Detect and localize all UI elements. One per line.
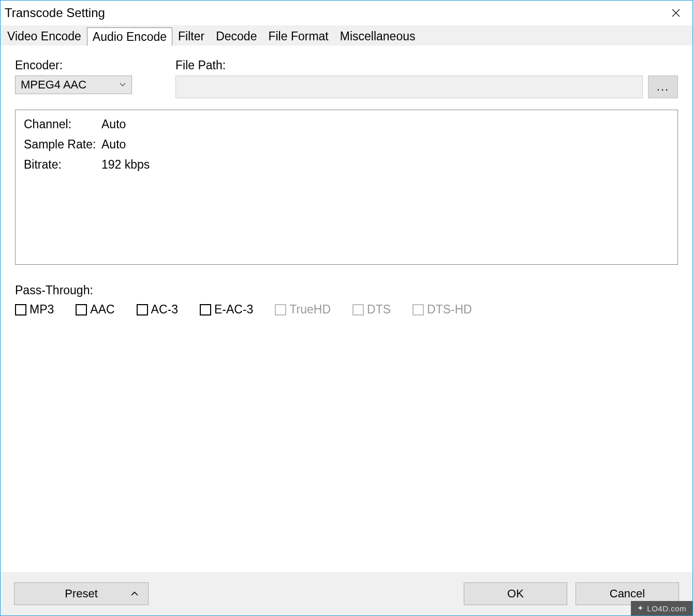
property-key: Sample Rate:	[24, 138, 101, 152]
tab-label: File Format	[268, 29, 328, 43]
filepath-row: ...	[175, 76, 678, 98]
tab-file-format[interactable]: File Format	[262, 27, 334, 46]
watermark-text: LO4D.com	[647, 604, 686, 613]
watermark-icon: ✦	[637, 604, 644, 613]
property-row-bitrate: Bitrate: 192 kbps	[24, 158, 669, 172]
check-ac3[interactable]: AC-3	[137, 303, 178, 317]
browse-button[interactable]: ...	[648, 76, 678, 98]
check-truehd: TrueHD	[275, 303, 331, 317]
filepath-column: File Path: ...	[175, 58, 678, 98]
property-row-channel: Channel: Auto	[24, 117, 669, 131]
tab-decode[interactable]: Decode	[210, 27, 262, 46]
property-key: Channel:	[24, 117, 101, 131]
content: Encoder: MPEG4 AAC File Path: ... Channe…	[1, 46, 692, 572]
footer: Preset OK Cancel	[1, 572, 692, 615]
row-top: Encoder: MPEG4 AAC File Path: ...	[15, 58, 678, 98]
window: Transcode Setting Video Encode Audio Enc…	[0, 0, 693, 616]
tab-label: Decode	[216, 29, 257, 43]
tab-audio-encode[interactable]: Audio Encode	[87, 27, 172, 46]
preset-label: Preset	[65, 587, 98, 600]
check-dtshd: DTS-HD	[412, 303, 472, 317]
cancel-label: Cancel	[610, 587, 645, 600]
tab-label: Miscellaneous	[340, 29, 416, 43]
tab-video-encode[interactable]: Video Encode	[2, 27, 87, 46]
close-icon	[672, 9, 680, 17]
checkbox-icon	[15, 304, 26, 315]
check-dts: DTS	[352, 303, 391, 317]
check-mp3[interactable]: MP3	[15, 303, 54, 317]
check-aac[interactable]: AAC	[76, 303, 114, 317]
tab-label: Audio Encode	[93, 30, 167, 44]
tab-miscellaneous[interactable]: Miscellaneous	[334, 27, 421, 46]
check-eac3[interactable]: E-AC-3	[200, 303, 253, 317]
encoder-column: Encoder: MPEG4 AAC	[15, 58, 155, 94]
passthrough-checks: MP3 AAC AC-3 E-AC-3 TrueHD DTS DTS-HD	[15, 303, 678, 317]
close-button[interactable]	[663, 3, 688, 23]
passthrough-section: Pass-Through: MP3 AAC AC-3 E-AC-3 TrueHD…	[15, 283, 678, 317]
check-label: DTS	[367, 303, 391, 317]
encoder-dropdown[interactable]: MPEG4 AAC	[15, 76, 132, 94]
tab-label: Video Encode	[7, 29, 81, 43]
property-value: Auto	[101, 117, 126, 131]
check-label: AAC	[90, 303, 114, 317]
tab-label: Filter	[178, 29, 204, 43]
check-label: DTS-HD	[427, 303, 472, 317]
property-value: Auto	[101, 138, 126, 152]
encoder-value: MPEG4 AAC	[21, 78, 86, 92]
filepath-input[interactable]	[175, 76, 643, 98]
checkbox-icon	[275, 304, 286, 315]
property-key: Bitrate:	[24, 158, 101, 172]
checkbox-icon	[76, 304, 87, 315]
browse-label: ...	[657, 80, 669, 94]
checkbox-icon	[137, 304, 148, 315]
check-label: AC-3	[151, 303, 178, 317]
chevron-up-icon	[130, 591, 139, 597]
check-label: MP3	[30, 303, 54, 317]
properties-panel: Channel: Auto Sample Rate: Auto Bitrate:…	[15, 110, 678, 265]
encoder-label: Encoder:	[15, 58, 155, 72]
filepath-label: File Path:	[175, 58, 678, 72]
tabs: Video Encode Audio Encode Filter Decode …	[1, 25, 692, 46]
ok-label: OK	[507, 587, 524, 600]
property-row-sample-rate: Sample Rate: Auto	[24, 138, 669, 152]
check-label: E-AC-3	[214, 303, 253, 317]
check-label: TrueHD	[289, 303, 331, 317]
checkbox-icon	[352, 304, 364, 315]
titlebar: Transcode Setting	[1, 1, 692, 25]
passthrough-title: Pass-Through:	[15, 283, 678, 297]
watermark: ✦ LO4D.com	[631, 601, 692, 615]
ok-button[interactable]: OK	[464, 582, 567, 605]
tab-filter[interactable]: Filter	[172, 27, 210, 46]
checkbox-icon	[412, 304, 424, 315]
checkbox-icon	[200, 304, 211, 315]
chevron-down-icon	[119, 82, 126, 87]
property-value: 192 kbps	[101, 158, 150, 172]
preset-button[interactable]: Preset	[14, 582, 149, 605]
window-title: Transcode Setting	[5, 6, 663, 20]
